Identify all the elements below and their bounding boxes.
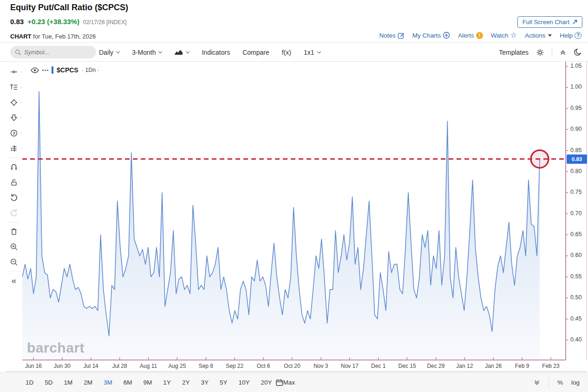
y-axis-label: 0.45 [570,315,581,322]
x-axis-label: Dec 15 [394,363,420,369]
unlock-icon [10,178,18,186]
arrow-tool[interactable]: › [6,110,22,125]
series-color-bar [52,66,53,74]
x-axis-label: Dec 1 [366,363,392,369]
unlock-tool[interactable] [6,174,22,190]
area-fill [22,92,540,360]
fibonacci-tool[interactable]: › [6,79,22,95]
eye-icon[interactable] [31,67,39,73]
y-axis-label: 0.95 [570,105,581,111]
x-axis-label: Aug 25 [164,363,190,369]
x-axis-label: Sep 22 [222,363,248,369]
x-axis-label: Jul 28 [107,363,133,369]
x-axis-label: Jan 26 [480,363,506,369]
delete-tool[interactable] [6,224,22,239]
tool-group-divider [7,222,20,222]
collapse-toolbar-button[interactable]: « [6,273,22,288]
zoom-in-icon [10,243,18,251]
redo-icon [10,209,18,217]
zoom-out-tool[interactable] [6,254,22,270]
zoom-in-tool[interactable] [6,239,22,254]
x-axis-label: Jun 16 [20,363,46,369]
number-annotation-tool[interactable]: 3› [6,125,22,141]
x-axis-label: Nov 3 [308,363,334,369]
y-axis-label: 0.70 [570,210,581,217]
fibonacci-icon [10,83,18,91]
more-options-icon[interactable] [42,70,48,71]
x-axis-label: Jun 30 [49,363,75,369]
x-axis-label: Oct 20 [279,363,305,369]
redo-tool[interactable] [6,205,22,220]
x-axis-label: Oct 6 [250,363,276,369]
y-axis-label: 0.40 [570,336,581,343]
y-axis-label: 0.85 [570,147,581,154]
tool-group-divider [7,157,20,158]
series-interval[interactable]: · 1Dn · [82,67,99,73]
tool-group-divider [7,271,20,271]
trash-icon [10,227,18,236]
number-circle-icon: 3 [10,129,18,137]
x-axis-label: Feb 9 [509,363,535,369]
x-axis-label: Jul 14 [78,363,104,369]
x-axis-label: Dec 29 [423,363,449,369]
y-axis-label: 1.05 [570,63,581,69]
y-axis-label: 0.75 [570,189,581,195]
magnet-icon [10,163,18,171]
arrow-down-icon [10,114,18,122]
y-axis-label: 0.60 [570,252,581,258]
y-axis-label: 0.65 [570,231,581,238]
trendline-tool[interactable]: › [6,64,22,79]
x-axis-label: Feb 23 [538,363,564,369]
series-legend: $CPCS · 1Dn · [31,66,99,74]
pattern-icon [10,144,18,153]
x-axis-label: Nov 17 [337,363,363,369]
trendline-icon [10,68,18,76]
series-symbol[interactable]: $CPCS [57,66,78,74]
chart-plot[interactable] [0,0,588,392]
y-axis-label: 0.50 [570,294,581,301]
x-axis-label: Aug 11 [136,363,162,369]
x-axis-label: Sep 8 [193,363,219,369]
y-axis-label: 0.55 [570,273,581,280]
x-axis-label: Jan 12 [451,363,477,369]
y-axis-label: 0.80 [570,168,581,174]
zoom-out-icon [10,258,18,266]
undo-icon [10,193,18,202]
last-price-axis-badge: 0.83 [567,154,587,164]
double-chevron-left-icon: « [12,276,17,285]
shapes-diamond-icon [10,98,18,107]
svg-text:3: 3 [13,131,15,135]
shapes-tool[interactable]: › [6,95,22,110]
pattern-tool[interactable]: › [6,141,22,156]
magnet-tool[interactable] [6,159,22,174]
y-axis-label: 1.00 [570,84,581,90]
y-axis-label: 0.90 [570,126,581,132]
undo-tool[interactable] [6,190,22,205]
drawing-toolbar: › › › › 3› › « [6,64,22,288]
highlight-circle [531,150,549,168]
